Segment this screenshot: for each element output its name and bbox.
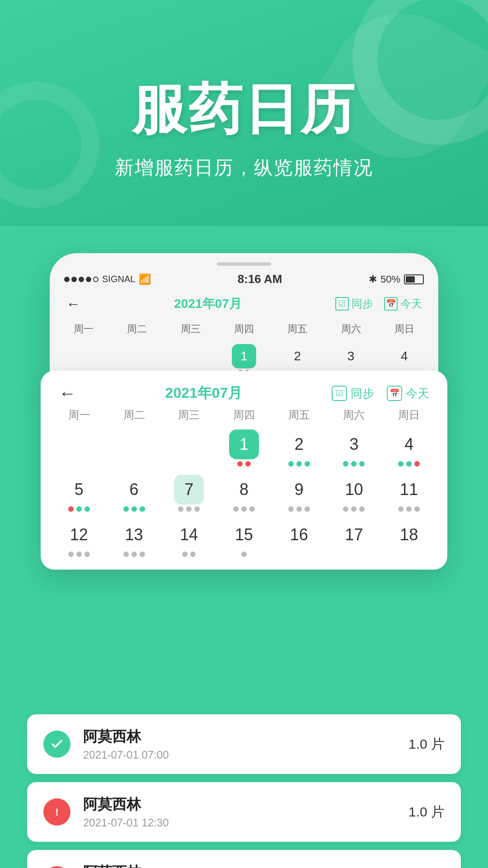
card-dots-13 <box>123 552 145 557</box>
card-date-3: 3 <box>339 429 369 459</box>
card-dot-5g2 <box>84 506 90 512</box>
card-day-8[interactable]: 8 <box>216 470 272 515</box>
card-sync-icon: ☑ <box>332 386 347 401</box>
card-day-16[interactable]: 16 <box>272 515 327 561</box>
card-date-12: 12 <box>64 520 94 550</box>
card-cal-nav: ← 2021年07月 ☑ 同步 📅 今天 <box>41 371 447 408</box>
battery-indicator <box>404 274 424 284</box>
card-weekday-thu: 周四 <box>216 408 272 422</box>
card-day-4[interactable]: 4 <box>381 425 436 470</box>
card-day-14[interactable]: 14 <box>161 515 216 561</box>
back-date-2: 2 <box>285 344 310 368</box>
card-dot-3g1 <box>343 461 348 467</box>
card-dot-12gy1 <box>68 552 74 557</box>
card-dot-7gy2 <box>186 506 192 512</box>
card-day-1[interactable]: 1 <box>216 425 272 470</box>
card-dot-14gy2 <box>190 552 196 557</box>
card-date-2: 2 <box>284 429 314 459</box>
bg-decoration-circle2 <box>0 81 99 208</box>
med-item-1[interactable]: 阿莫西林 2021-07-01 07:00 1.0 片 <box>27 714 461 774</box>
card-back-arrow[interactable]: ← <box>59 384 76 403</box>
card-today-button[interactable]: 📅 今天 <box>387 386 429 401</box>
card-dot-1r1 <box>237 461 243 467</box>
card-dot-8gy1 <box>233 506 239 512</box>
card-day-11[interactable]: 11 <box>381 470 436 515</box>
today-label-back: 今天 <box>400 297 422 311</box>
card-date-17: 17 <box>339 520 369 550</box>
card-dot-7gy3 <box>194 506 200 512</box>
card-day-row-3: 12 13 14 <box>41 515 447 561</box>
card-day-13[interactable]: 13 <box>107 515 162 561</box>
card-dot-2g3 <box>305 461 310 467</box>
card-dots-8 <box>233 506 255 512</box>
med-name-2: 阿莫西林 <box>83 795 408 815</box>
card-dot-6g3 <box>140 506 145 512</box>
card-dot-13gy1 <box>123 552 129 557</box>
signal-dot-1 <box>64 277 70 282</box>
card-dot-9gy3 <box>305 506 310 512</box>
svg-text:!: ! <box>55 807 59 818</box>
card-dot-9gy1 <box>288 506 294 512</box>
card-dots-12 <box>68 552 90 557</box>
card-dot-15gy1 <box>241 552 247 557</box>
card-dots-15 <box>241 552 247 557</box>
weekday-sun-back: 周日 <box>378 320 431 339</box>
card-dots-6 <box>123 506 145 512</box>
card-week-header: 周一 周二 周三 周四 周五 周六 周日 <box>41 408 447 422</box>
card-cal-month: 2021年07月 <box>165 383 243 403</box>
card-day-2[interactable]: 2 <box>272 425 327 470</box>
back-date-1: 1 <box>232 344 256 368</box>
card-day-17[interactable]: 17 <box>327 515 382 561</box>
card-dot-2g1 <box>288 461 294 467</box>
back-date-3: 3 <box>339 344 363 368</box>
card-day-empty-3 <box>161 425 216 470</box>
card-day-15[interactable]: 15 <box>216 515 272 561</box>
signal-dot-2 <box>71 277 77 282</box>
card-dot-12gy2 <box>76 552 82 557</box>
card-weekday-mon: 周一 <box>52 408 107 422</box>
card-date-16: 16 <box>284 520 314 550</box>
med-item-2[interactable]: ! 阿莫西林 2021-07-01 12:30 1.0 片 <box>27 782 461 842</box>
med-name-3: 阿莫西林 <box>83 863 408 868</box>
med-time-2: 2021-07-01 12:30 <box>83 816 408 829</box>
card-day-12[interactable]: 12 <box>52 515 107 561</box>
card-dot-10gy1 <box>343 506 348 512</box>
card-date-10: 10 <box>339 475 369 505</box>
back-cal-actions: ☑ 同步 📅 今天 <box>335 297 422 311</box>
warn-icon-2: ! <box>50 805 64 819</box>
back-nav-arrow[interactable]: ← <box>66 296 80 312</box>
sync-button-back[interactable]: ☑ 同步 <box>335 297 373 311</box>
status-bar: SIGNAL 📶 8:16 AM ✱ 50% <box>50 272 438 286</box>
card-dot-12gy3 <box>84 552 90 557</box>
card-day-10[interactable]: 10 <box>327 470 382 515</box>
card-dot-6g2 <box>131 506 137 512</box>
card-dot-6g1 <box>123 506 129 512</box>
card-dot-11gy1 <box>398 506 404 512</box>
card-dot-8gy3 <box>249 506 255 512</box>
card-day-6[interactable]: 6 <box>107 470 162 515</box>
status-right: ✱ 50% <box>369 274 424 285</box>
card-dot-1r2 <box>245 461 251 467</box>
card-day-9[interactable]: 9 <box>272 470 327 515</box>
signal-label: SIGNAL <box>102 274 135 284</box>
today-button-back[interactable]: 📅 今天 <box>384 297 422 311</box>
med-item-3[interactable]: ! 阿莫西林 2021-07-01 12:30 1.0 片 <box>27 850 461 868</box>
card-day-empty-2 <box>107 425 162 470</box>
hero-subtitle: 新增服药日历，纵览服药情况 <box>115 155 373 180</box>
card-day-18[interactable]: 18 <box>381 515 436 561</box>
card-weekday-tue: 周二 <box>107 408 162 422</box>
card-sync-button[interactable]: ☑ 同步 <box>332 386 374 401</box>
med-dose-2: 1.0 片 <box>408 803 445 821</box>
hero-section: 服药日历 新增服药日历，纵览服药情况 <box>0 0 488 226</box>
med-icon-warn-3: ! <box>43 866 70 868</box>
phone-notch <box>217 262 271 266</box>
card-day-5[interactable]: 5 <box>52 470 107 515</box>
card-weekday-wed: 周三 <box>161 408 216 422</box>
card-day-row-2: 5 6 7 <box>41 470 447 515</box>
bluetooth-icon: ✱ <box>369 274 377 285</box>
card-day-3[interactable]: 3 <box>327 425 382 470</box>
card-day-7[interactable]: 7 <box>161 470 216 515</box>
weekday-sat-back: 周六 <box>324 320 377 339</box>
check-icon-1 <box>50 737 64 751</box>
card-date-5: 5 <box>64 475 94 505</box>
